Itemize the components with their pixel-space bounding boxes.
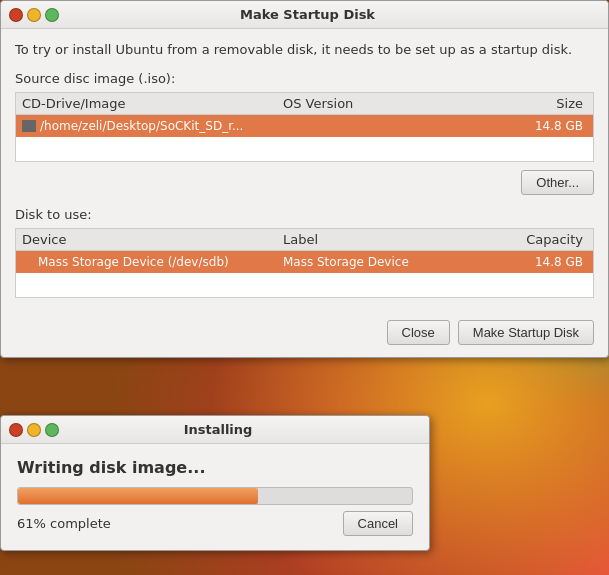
installing-title-bar: Installing	[1, 416, 429, 444]
row-device: Mass Storage Device (/dev/sdb)	[22, 255, 283, 269]
col-header-capacity: Capacity	[479, 232, 587, 247]
col-header-device: Device	[22, 232, 283, 247]
dialog-title: Make Startup Disk	[15, 7, 600, 22]
row-capacity: 14.8 GB	[479, 255, 587, 269]
disk-table-row[interactable]: Mass Storage Device (/dev/sdb) Mass Stor…	[16, 251, 593, 273]
disk-table-empty-row	[16, 273, 593, 297]
cancel-button[interactable]: Cancel	[343, 511, 413, 536]
progress-row: 61% complete Cancel	[17, 511, 413, 536]
source-table-empty-row	[16, 137, 593, 161]
source-table: CD-Drive/Image OS Version Size /home/zel…	[15, 92, 594, 162]
installing-dialog: Installing Writing disk image... 61% com…	[0, 415, 430, 551]
other-button[interactable]: Other...	[521, 170, 594, 195]
disk-icon	[22, 120, 36, 132]
col-header-size: Size	[479, 96, 587, 111]
usb-icon	[22, 255, 34, 269]
disk-section-label: Disk to use:	[15, 207, 594, 222]
source-table-row[interactable]: /home/zeli/Desktop/SoCKit_SD_r... 14.8 G…	[16, 115, 593, 137]
other-button-row: Other...	[15, 170, 594, 195]
row-image-path: /home/zeli/Desktop/SoCKit_SD_r...	[22, 119, 283, 133]
col-header-label: Label	[283, 232, 479, 247]
disk-table-header: Device Label Capacity	[16, 229, 593, 251]
source-table-header: CD-Drive/Image OS Version Size	[16, 93, 593, 115]
progress-bar-container	[17, 487, 413, 505]
title-bar: Make Startup Disk	[1, 1, 608, 29]
make-startup-disk-dialog: Make Startup Disk To try or install Ubun…	[0, 0, 609, 358]
source-section-label: Source disc image (.iso):	[15, 71, 594, 86]
col-header-osversion: OS Version	[283, 96, 479, 111]
writing-text: Writing disk image...	[17, 458, 413, 477]
make-startup-disk-button[interactable]: Make Startup Disk	[458, 320, 594, 345]
progress-bar-fill	[18, 488, 258, 504]
col-header-image: CD-Drive/Image	[22, 96, 283, 111]
close-button[interactable]: Close	[387, 320, 450, 345]
installing-title: Installing	[15, 422, 421, 437]
installing-body: Writing disk image... 61% complete Cance…	[1, 444, 429, 550]
description-text: To try or install Ubuntu from a removabl…	[15, 41, 594, 59]
action-row: Close Make Startup Disk	[15, 312, 594, 345]
row-size: 14.8 GB	[479, 119, 587, 133]
disk-table: Device Label Capacity Mass Storage Devic…	[15, 228, 594, 298]
row-disk-label: Mass Storage Device	[283, 255, 479, 269]
dialog-body: To try or install Ubuntu from a removabl…	[1, 29, 608, 357]
complete-text: 61% complete	[17, 516, 111, 531]
